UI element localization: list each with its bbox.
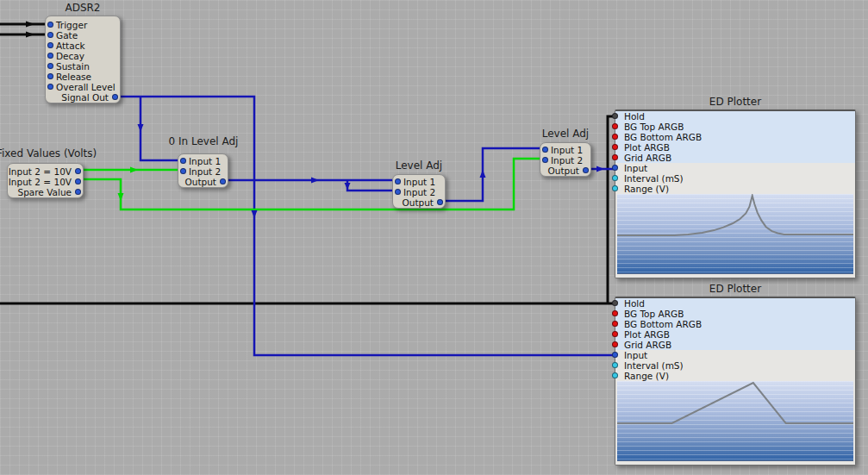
port-dot-blue[interactable] bbox=[542, 157, 548, 163]
port-decay[interactable]: Decay bbox=[46, 51, 120, 61]
port-spare-value[interactable]: Spare Value bbox=[8, 187, 83, 197]
port-grid-argb[interactable]: Grid ARGB bbox=[615, 153, 855, 163]
port-input[interactable]: Input bbox=[615, 350, 855, 360]
port-dot-blue[interactable] bbox=[180, 158, 186, 164]
port-dot-cyan[interactable] bbox=[612, 185, 618, 191]
port-dot-blue[interactable] bbox=[47, 22, 53, 28]
port-input-1[interactable]: Input 1 bbox=[540, 145, 590, 155]
port-label: Overall Level bbox=[56, 82, 116, 92]
port-dot-blue[interactable] bbox=[112, 94, 118, 100]
port-input-1[interactable]: Input 1 bbox=[178, 156, 228, 166]
port-gate[interactable]: Gate bbox=[46, 30, 120, 41]
port-label: Sustain bbox=[56, 61, 90, 72]
module-adsr2[interactable]: Trigger Gate Attack Decay Sustain Releas… bbox=[45, 16, 121, 103]
port-output[interactable]: Output bbox=[393, 197, 445, 208]
port-overall-level[interactable]: Overall Level bbox=[46, 82, 120, 92]
port-dot-blue[interactable] bbox=[220, 178, 226, 184]
port-input-2[interactable]: Input 2 bbox=[178, 166, 228, 177]
port-label: Plot ARGB bbox=[624, 142, 670, 153]
port-dot-blue[interactable] bbox=[47, 84, 53, 90]
module-0-in-level-adj[interactable]: Input 1 Input 2 Output bbox=[178, 153, 228, 188]
port-bg-top-argb[interactable]: BG Top ARGB bbox=[615, 309, 855, 319]
port-dot-red[interactable] bbox=[612, 134, 618, 140]
port-dot-blue[interactable] bbox=[47, 73, 53, 79]
port-sustain[interactable]: Sustain bbox=[46, 61, 120, 72]
port-interval[interactable]: Interval (mS) bbox=[615, 173, 855, 184]
wire-0in-out-to-input2[interactable] bbox=[347, 180, 393, 191]
port-input-2[interactable]: Input 2 bbox=[540, 155, 590, 166]
port-dot-blue[interactable] bbox=[47, 42, 53, 48]
wire-signal-to-leveladj[interactable] bbox=[141, 97, 179, 160]
port-trigger[interactable]: Trigger bbox=[46, 20, 120, 30]
port-dot-blue[interactable] bbox=[180, 168, 186, 174]
port-label: Release bbox=[56, 72, 91, 82]
port-attack[interactable]: Attack bbox=[46, 41, 120, 51]
port-dot-red[interactable] bbox=[612, 154, 618, 160]
port-output[interactable]: Output bbox=[540, 166, 590, 176]
wire-arrow bbox=[596, 166, 604, 172]
port-bg-bottom-argb[interactable]: BG Bottom ARGB bbox=[615, 319, 855, 329]
port-release[interactable]: Release bbox=[46, 72, 120, 82]
port-label: Hold bbox=[624, 111, 645, 122]
port-label: Input 1 bbox=[403, 177, 435, 187]
port-dot-red[interactable] bbox=[612, 341, 618, 347]
port-output[interactable]: Output bbox=[178, 177, 228, 187]
port-hold[interactable]: Hold bbox=[615, 298, 855, 309]
port-label: Output bbox=[403, 197, 434, 208]
port-dot-cyan[interactable] bbox=[612, 175, 618, 181]
port-dot-hold[interactable] bbox=[612, 300, 618, 306]
module-ed-plotter-2[interactable]: Hold BG Top ARGB BG Bottom ARGB Plot ARG… bbox=[615, 297, 856, 466]
port-label: Input 2 bbox=[403, 187, 435, 197]
port-dot-blue[interactable] bbox=[542, 147, 548, 153]
wire-arrow bbox=[130, 167, 138, 173]
port-input-1[interactable]: Input 1 bbox=[393, 177, 445, 187]
port-dot-red[interactable] bbox=[612, 123, 618, 129]
port-dot-blue[interactable] bbox=[395, 178, 401, 184]
port-input-2[interactable]: Input 2 bbox=[393, 187, 445, 197]
port-hold[interactable]: Hold bbox=[615, 111, 855, 122]
port-label: Interval (mS) bbox=[624, 173, 684, 184]
port-bg-top-argb[interactable]: BG Top ARGB bbox=[615, 122, 855, 132]
port-label: Input bbox=[624, 163, 647, 173]
port-dot-blue[interactable] bbox=[75, 189, 81, 195]
port-dot-red[interactable] bbox=[612, 321, 618, 327]
port-dot-blue[interactable] bbox=[47, 63, 53, 69]
port-label: BG Bottom ARGB bbox=[624, 132, 702, 142]
port-plot-argb[interactable]: Plot ARGB bbox=[615, 329, 855, 340]
module-level-adj-mid[interactable]: Input 1 Input 2 Output bbox=[392, 174, 446, 209]
module-level-adj-right[interactable]: Input 1 Input 2 Output bbox=[540, 142, 591, 177]
port-bg-bottom-argb[interactable]: BG Bottom ARGB bbox=[615, 132, 855, 142]
port-range[interactable]: Range (V) bbox=[615, 371, 855, 381]
port-dot-cyan[interactable] bbox=[612, 372, 618, 378]
port-dot-cyan[interactable] bbox=[612, 362, 618, 368]
port-interval[interactable]: Interval (mS) bbox=[615, 360, 855, 371]
wire-mid-out[interactable] bbox=[442, 148, 540, 201]
port-signal-out[interactable]: Signal Out bbox=[46, 92, 120, 103]
port-dot-blue[interactable] bbox=[437, 199, 443, 205]
port-dot-blue[interactable] bbox=[75, 168, 81, 174]
port-plot-argb[interactable]: Plot ARGB bbox=[615, 142, 855, 153]
port-dot-red[interactable] bbox=[612, 144, 618, 150]
port-label: Hold bbox=[624, 298, 645, 309]
port-input[interactable]: Input bbox=[615, 163, 855, 173]
wire-arrow bbox=[26, 32, 34, 38]
port-dot-red[interactable] bbox=[612, 331, 618, 337]
module-title-adsr2: ADSR2 bbox=[45, 3, 121, 14]
port-dot-blue[interactable] bbox=[395, 189, 401, 195]
port-fixed-out-1[interactable]: Input 2 = 10V bbox=[8, 166, 83, 177]
port-dot-blue[interactable] bbox=[612, 352, 618, 358]
port-range[interactable]: Range (V) bbox=[615, 184, 855, 194]
port-grid-argb[interactable]: Grid ARGB bbox=[615, 340, 855, 350]
port-dot-blue[interactable] bbox=[47, 53, 53, 59]
port-dot-hold[interactable] bbox=[612, 113, 618, 119]
module-fixed-values[interactable]: Input 2 = 10V Input 2 = 10V Spare Value bbox=[7, 163, 84, 198]
port-label: Input bbox=[624, 350, 647, 360]
port-fixed-out-2[interactable]: Input 2 = 10V bbox=[8, 177, 83, 187]
port-dot-blue[interactable] bbox=[75, 178, 81, 184]
port-dot-blue[interactable] bbox=[583, 167, 589, 173]
module-ed-plotter-1[interactable]: Hold BG Top ARGB BG Bottom ARGB Plot ARG… bbox=[615, 109, 856, 278]
wire-arrow bbox=[118, 193, 124, 201]
port-dot-red[interactable] bbox=[612, 310, 618, 316]
port-dot-blue[interactable] bbox=[47, 32, 53, 38]
port-dot-blue[interactable] bbox=[612, 165, 618, 171]
